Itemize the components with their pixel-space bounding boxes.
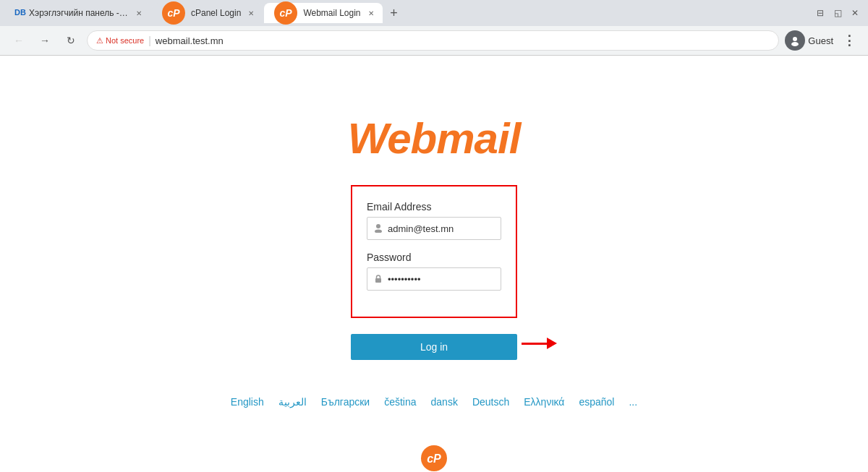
svg-rect-8 — [375, 278, 381, 283]
profile-icon[interactable] — [785, 30, 805, 51]
password-input[interactable] — [388, 274, 509, 285]
user-icon — [789, 35, 801, 46]
back-button[interactable]: ← — [9, 30, 29, 51]
svg-text:cP: cP — [427, 452, 441, 465]
cpanel-logo-icon: cP — [420, 444, 448, 472]
page-content: Webmail Email Address Passwor — [0, 56, 868, 472]
lang-greek[interactable]: Ελληνικά — [524, 396, 564, 408]
user-input-icon — [373, 223, 383, 235]
security-warning: ⚠ Not secure — [96, 36, 144, 46]
url-separator: | — [148, 35, 151, 46]
tab-3-close[interactable]: ✕ — [368, 9, 374, 17]
close-window-button[interactable]: ✕ — [848, 6, 862, 20]
tab-1-favicon: DB — [14, 8, 25, 18]
minimize-button[interactable]: ⊟ — [813, 6, 827, 20]
lang-more[interactable]: ... — [629, 396, 637, 408]
lang-english[interactable]: English — [231, 396, 264, 408]
arrow-shaft — [522, 343, 547, 345]
svg-text:cP: cP — [280, 7, 293, 19]
reload-button[interactable]: ↻ — [61, 30, 81, 51]
tab-3-title: Webmail Login — [303, 8, 360, 18]
url-text: webmail.test.mn — [156, 35, 224, 46]
tab-1-close[interactable]: ✕ — [136, 9, 142, 17]
tab-2-favicon: cP — [161, 0, 187, 26]
arrow-head — [547, 338, 557, 349]
tab-1[interactable]: DB Хэрэглэгчийн панель - ДАТАБ... ✕ — [6, 3, 150, 23]
new-tab-button[interactable]: + — [384, 3, 404, 23]
svg-point-5 — [791, 42, 799, 46]
tab-3[interactable]: cP Webmail Login ✕ — [264, 3, 382, 23]
svg-point-4 — [793, 37, 797, 41]
password-input-wrapper — [367, 267, 501, 291]
lang-german[interactable]: Deutsch — [472, 396, 509, 408]
lang-danish[interactable]: dansk — [431, 396, 458, 408]
email-group: Email Address — [367, 201, 501, 240]
lang-czech[interactable]: čeština — [384, 396, 416, 408]
address-bar: ← → ↻ ⚠ Not secure | webmail.test.mn Gue… — [0, 26, 868, 55]
tab-2-close[interactable]: ✕ — [248, 9, 254, 17]
lock-input-icon — [373, 273, 383, 286]
tab-2-title: cPanel Login — [191, 8, 241, 18]
arrow-indicator — [522, 338, 557, 349]
password-group: Password — [367, 252, 501, 291]
login-button-wrapper: Log in — [351, 327, 517, 360]
login-form-container: Email Address Password — [351, 185, 517, 360]
email-input-wrapper — [367, 217, 501, 240]
browser-chrome: DB Хэрэглэгчийн панель - ДАТАБ... ✕ cP c… — [0, 0, 868, 56]
forward-button[interactable]: → — [35, 30, 55, 51]
svg-point-6 — [376, 224, 380, 228]
security-warning-text: Not secure — [106, 36, 144, 45]
warning-icon: ⚠ — [96, 36, 103, 46]
login-button[interactable]: Log in — [351, 334, 517, 360]
guest-label: Guest — [808, 35, 833, 46]
email-input[interactable] — [388, 223, 509, 234]
tab-actions: ⊟ ◱ ✕ — [813, 6, 862, 20]
tab-2[interactable]: cP cPanel Login ✕ — [152, 3, 263, 23]
language-bar: English العربية Български čeština dansk … — [231, 396, 637, 408]
lang-bulgarian[interactable]: Български — [321, 396, 370, 408]
more-menu-button[interactable]: ⋮ — [839, 30, 859, 51]
lang-spanish[interactable]: español — [579, 396, 614, 408]
url-bar[interactable]: ⚠ Not secure | webmail.test.mn — [87, 30, 779, 51]
lock-icon — [373, 273, 383, 283]
footer: cP Copyright© 2019 cPanel, Inc. Privacy … — [382, 444, 485, 472]
lang-arabic[interactable]: العربية — [278, 396, 307, 408]
tab-bar: DB Хэрэглэгчийн панель - ДАТАБ... ✕ cP c… — [0, 0, 868, 26]
user-icon — [373, 223, 383, 233]
restore-button[interactable]: ◱ — [830, 6, 845, 20]
tab-1-title: Хэрэглэгчийн панель - ДАТАБ... — [29, 8, 129, 18]
svg-text:cP: cP — [167, 7, 180, 19]
svg-point-7 — [375, 229, 382, 233]
profile-area: Guest — [785, 30, 833, 51]
webmail-logo: Webmail — [348, 113, 521, 163]
email-label: Email Address — [367, 201, 501, 213]
password-label: Password — [367, 252, 501, 263]
login-form: Email Address Password — [351, 185, 517, 318]
tab-3-favicon: cP — [273, 0, 299, 26]
